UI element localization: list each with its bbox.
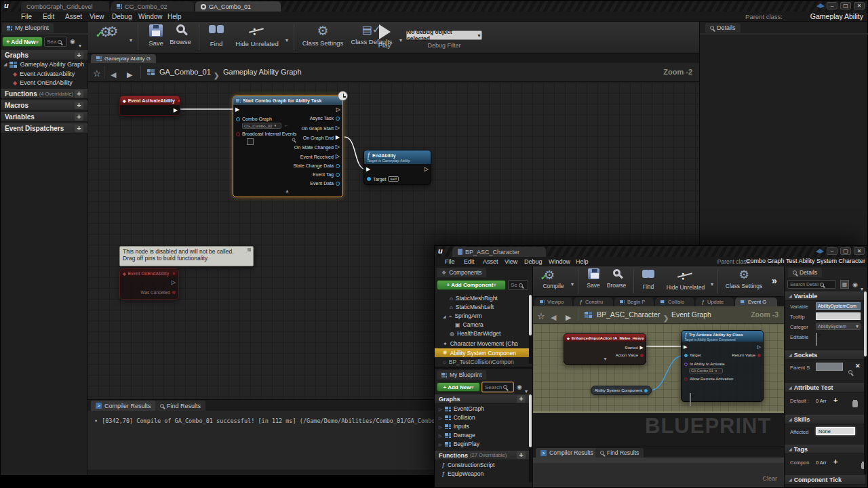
exec-pin[interactable]	[336, 144, 340, 150]
exec-pin[interactable]	[336, 135, 340, 140]
nav-back-icon[interactable]	[111, 68, 116, 80]
hide-unrelated-chevron[interactable]	[285, 33, 288, 45]
exec-in-pin[interactable]	[366, 167, 370, 172]
play-button[interactable]: Play	[370, 24, 399, 49]
function-item-constructionscript[interactable]: ConstructionScript	[441, 462, 494, 468]
asset-tab-cg-combo-02[interactable]: CG_Combo_02	[111, 1, 194, 12]
node-enhanced-input-action[interactable]: EnhancedInputAction IA_Melee_Heavy Start…	[564, 333, 646, 365]
compile-options-chevron[interactable]	[130, 33, 132, 45]
component-camera[interactable]: ▣ Camera	[455, 321, 484, 328]
component-bp-testcollision[interactable]: ◌ BP_TestCollisionCompon	[443, 359, 530, 365]
bookmark-star-icon[interactable]	[537, 310, 545, 322]
asc-my-blueprint-tab[interactable]: My Blueprint	[437, 370, 486, 380]
node-event-activateability[interactable]: Event ActivateAbility	[119, 96, 180, 116]
tree-item-gameplay-ability-graph[interactable]: ◢ Gameplay Ability Graph	[3, 61, 84, 68]
pin-async-task[interactable]: Async Task	[310, 116, 340, 121]
socket-search-icon[interactable]	[848, 370, 852, 374]
use-selected-icon[interactable]: ←	[284, 123, 289, 127]
value-pin[interactable]	[640, 354, 644, 357]
exec-out-pin[interactable]	[172, 280, 176, 285]
bool-pin[interactable]	[172, 291, 176, 294]
menu-window[interactable]: Window	[549, 258, 570, 265]
exec-in-pin[interactable]	[235, 107, 239, 113]
components-search-input[interactable]: Se	[508, 280, 528, 290]
doc-tab-update[interactable]: Update	[696, 298, 734, 306]
doc-tab-collision[interactable]: Collisio	[655, 298, 694, 306]
close-button[interactable]: ✕	[854, 2, 865, 9]
tree-item-event-activateability[interactable]: Event ActivateAbility	[13, 70, 75, 77]
asc-graphs-header[interactable]: Graphs +	[435, 394, 530, 404]
tooltip-field[interactable]	[816, 312, 861, 320]
compiler-results-tab[interactable]: > Compiler Results	[536, 448, 598, 458]
parent-class-value[interactable]: Gameplay Ability	[810, 12, 863, 20]
socket-clear-icon[interactable]: ✕	[855, 363, 861, 369]
add-element-icon[interactable]: +	[833, 458, 837, 466]
pin-on-graph-end[interactable]: On Graph End	[303, 135, 340, 140]
collapse-node-icon[interactable]	[285, 183, 290, 195]
variable-section-header[interactable]: ◢ Variable	[785, 291, 865, 301]
property-matrix-icon[interactable]: ▦	[840, 280, 849, 289]
pin-in-ability-to-activate[interactable]: In Ability to Activate	[684, 362, 725, 366]
add-variable-button[interactable]: +	[75, 113, 83, 121]
clear-button[interactable]: Clear	[762, 475, 777, 482]
hide-unrelated-button[interactable]: Hide Unrelated	[231, 23, 283, 47]
add-macro-button[interactable]: +	[75, 102, 83, 109]
filter-eye-icon[interactable]	[852, 281, 858, 288]
pin-combo-graph[interactable]: Combo Graph	[236, 117, 272, 121]
toolbar-overflow-icon[interactable]	[772, 274, 777, 287]
menu-edit[interactable]: Edit	[43, 13, 54, 20]
pin-broadcast-internal-events[interactable]: Broadcast Internal Events	[236, 131, 296, 136]
expander-icon[interactable]: ▷	[439, 433, 442, 438]
asset-tab-ga-combo-01[interactable]: GA_Combo_01	[195, 1, 281, 12]
node-endability[interactable]: EndAbility Target is Gameplay Ability Ta…	[363, 150, 431, 185]
tags-section-header[interactable]: ◢ Tags	[785, 445, 865, 454]
hide-unrelated-button[interactable]: Hide Unrelated	[662, 268, 709, 291]
details-search-input[interactable]: Search Detail	[787, 280, 836, 289]
class-settings-button[interactable]: ⚙ Class Settings	[299, 23, 347, 47]
compiler-results-tab[interactable]: > Compiler Results	[91, 401, 156, 411]
attribute-test-section-header[interactable]: ◢ Attribute Test	[785, 383, 865, 392]
add-function-button[interactable]: +	[517, 451, 526, 459]
component-character-movement[interactable]: ✦ Character Movement (Cha	[443, 340, 530, 347]
exec-pin[interactable]	[640, 345, 644, 350]
menu-asset[interactable]: Asset	[65, 13, 82, 20]
exec-out-pin[interactable]	[757, 344, 761, 350]
doc-tab-beginplay[interactable]: Begin P	[614, 298, 654, 306]
hide-unrelated-chevron[interactable]	[711, 277, 713, 289]
tutorial-cap-icon[interactable]	[816, 249, 824, 253]
ability-class-dropdown[interactable]: GA Combo 01	[689, 368, 723, 373]
remote-activation-checkbox[interactable]	[690, 393, 691, 406]
functions-section-header[interactable]: Functions (4 Overridable) +	[1, 89, 87, 99]
doc-tab-gameplay-ability-graph[interactable]: Gameplay Ability G	[91, 54, 156, 63]
details-scrollbar[interactable]	[864, 291, 867, 474]
asc-functions-header[interactable]: Functions (27 Overridable) +	[435, 451, 530, 460]
exec-pin[interactable]	[336, 154, 340, 159]
object-pin[interactable]	[684, 354, 688, 357]
graph-item-damage[interactable]: ▷ Damage	[439, 432, 475, 439]
node-try-activate-ability[interactable]: Try Activate Ability by Class Target is …	[681, 330, 764, 402]
pin-target[interactable]: Target	[684, 353, 701, 357]
pin-event-data[interactable]: Event Data	[310, 181, 340, 186]
pin-state-change-data[interactable]: State Change Data	[293, 163, 340, 168]
editable-checkbox[interactable]	[816, 333, 817, 346]
object-pin[interactable]	[336, 117, 340, 121]
pin-return-value[interactable]: Return Value	[732, 353, 761, 357]
nav-forward-icon[interactable]	[127, 68, 132, 80]
target-self-chip[interactable]: self	[388, 176, 398, 182]
exec-pin[interactable]	[336, 125, 340, 131]
object-pin[interactable]	[644, 389, 648, 392]
node-event-onendability[interactable]: Event OnEndAbility Was Cancelled	[119, 268, 179, 300]
component-healthbarwidget[interactable]: ◍ HealthBarWidget	[450, 330, 500, 337]
bool-pin[interactable]	[684, 378, 688, 381]
pin-action-value[interactable]: Action Value	[616, 353, 644, 357]
component-ability-system-selected[interactable]: ✺ Ability System Componen	[435, 348, 530, 357]
nav-forward-icon[interactable]	[566, 310, 571, 323]
menu-help[interactable]: Help	[576, 258, 589, 265]
browse-button[interactable]: Browse	[602, 268, 631, 289]
browse-to-asset-icon[interactable]	[292, 138, 296, 142]
components-tab[interactable]: ❖ Components	[437, 268, 486, 277]
bool-pin[interactable]	[757, 354, 761, 357]
menu-view[interactable]: View	[90, 13, 104, 20]
components-scrollbar[interactable]	[529, 295, 532, 364]
bool-pin[interactable]	[236, 132, 240, 136]
